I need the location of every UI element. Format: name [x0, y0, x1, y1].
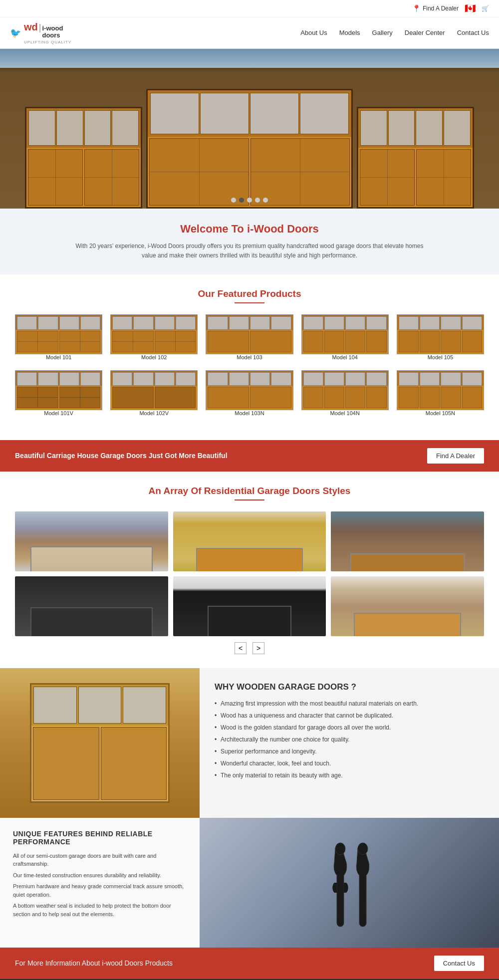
gallery-img-3	[331, 511, 484, 571]
product-label-102: Model 102	[110, 354, 198, 360]
product-label-101: Model 101	[15, 354, 102, 360]
featured-title: Our Featured Products	[15, 288, 484, 299]
residential-section: An Array Of Residential Garage Doors Sty…	[0, 472, 499, 668]
dot-2[interactable]	[239, 198, 244, 203]
unique-section: UNIQUE FEATURES BEHIND RELIABLE PERFORMA…	[0, 818, 499, 948]
red-banner: Beautiful Carriage House Garage Doors Ju…	[0, 440, 499, 472]
why-point-2: Wood has a uniqueness and character that…	[215, 711, 484, 720]
product-label-102v: Model 102V	[110, 410, 198, 416]
gallery-next-button[interactable]: >	[252, 642, 264, 654]
product-model-101[interactable]: Model 101	[15, 314, 102, 360]
nav-gallery[interactable]: Gallery	[372, 29, 393, 36]
logo-divider: |	[39, 22, 41, 33]
product-model-105[interactable]: Model 105	[397, 314, 484, 360]
unique-list: All of our semi-custom garage doors are …	[13, 852, 187, 919]
residential-title: An Array Of Residential Garage Doors Sty…	[15, 486, 484, 496]
nav-models[interactable]: Models	[339, 29, 360, 36]
product-label-104: Model 104	[301, 354, 389, 360]
why-point-1: Amazing first impression with the most b…	[215, 699, 484, 708]
unique-point-3: Premium hardware and heavy grade commerc…	[13, 882, 187, 899]
product-model-104n[interactable]: Model 104N	[301, 370, 389, 416]
why-point-4: Architecturally the number one choice fo…	[215, 735, 484, 744]
pin-icon: 📍	[412, 4, 421, 12]
welcome-section: Welcome To i-Wood Doors With 20 years' e…	[0, 209, 499, 274]
unique-title: UNIQUE FEATURES BEHIND RELIABLE PERFORMA…	[13, 830, 187, 846]
products-row-2: Model 101V Model 102V Model 103N Model 1…	[15, 370, 484, 416]
gallery-grid	[15, 511, 484, 636]
product-label-101v: Model 101V	[15, 410, 102, 416]
flag-icon: 🇨🇦	[465, 3, 476, 14]
why-list: Amazing first impression with the most b…	[215, 699, 484, 780]
welcome-title: Welcome To i-Wood Doors	[20, 223, 479, 236]
find-dealer-topbar[interactable]: 📍 Find A Dealer	[412, 4, 459, 12]
product-model-103[interactable]: Model 103	[206, 314, 293, 360]
why-left-image	[0, 668, 200, 818]
why-point-7: The only material to retain its beauty w…	[215, 771, 484, 780]
cart-button[interactable]: 🛒	[482, 5, 489, 12]
dot-5[interactable]	[263, 198, 268, 203]
products-row-1: Model 101 Model 102 Model 103 Model 104 …	[15, 314, 484, 360]
logo-bird-icon: 🐦	[10, 27, 21, 38]
why-point-3: Wood is the golden standard for garage d…	[215, 723, 484, 732]
unique-point-4: A bottom weather seal is included to hel…	[13, 902, 187, 918]
svg-point-0	[335, 843, 345, 855]
welcome-description: With 20 years' experience, i-Wood Doors …	[75, 242, 424, 260]
why-title: WHY WOODEN GARAGE DOORS ?	[215, 682, 484, 692]
unique-point-1: All of our semi-custom garage doors are …	[13, 852, 187, 868]
info-banner-text: For More Information About i-wood Doors …	[15, 959, 173, 967]
hero-section	[0, 49, 499, 209]
product-model-102[interactable]: Model 102	[110, 314, 198, 360]
gallery-img-5	[173, 576, 326, 636]
unique-left-content: UNIQUE FEATURES BEHIND RELIABLE PERFORMA…	[0, 818, 200, 948]
slider-dots	[231, 198, 268, 203]
why-right-content: WHY WOODEN GARAGE DOORS ? Amazing first …	[200, 668, 499, 818]
logo-wd: wd	[24, 21, 38, 33]
product-model-103n[interactable]: Model 103N	[206, 370, 293, 416]
main-nav: 🐦 wd | i-wooddoors UPLIFTING QUALITY Abo…	[0, 17, 499, 49]
logo-iwood: i-wooddoors	[42, 25, 63, 39]
unique-right-image	[200, 818, 499, 948]
logo-sub: UPLIFTING QUALITY	[24, 40, 71, 44]
gallery-img-1	[15, 511, 168, 571]
info-banner: For More Information About i-wood Doors …	[0, 948, 499, 979]
product-model-104[interactable]: Model 104	[301, 314, 389, 360]
product-model-105n[interactable]: Model 105N	[397, 370, 484, 416]
product-label-103n: Model 103N	[206, 410, 293, 416]
product-label-105n: Model 105N	[397, 410, 484, 416]
gallery-img-4	[15, 576, 168, 636]
gallery-img-2	[173, 511, 326, 571]
gallery-prev-button[interactable]: <	[235, 642, 247, 654]
dot-3[interactable]	[247, 198, 252, 203]
find-dealer-label: Find A Dealer	[423, 5, 459, 12]
nav-contact-us[interactable]: Contact Us	[457, 29, 489, 36]
red-banner-text: Beautiful Carriage House Garage Doors Ju…	[15, 452, 228, 460]
unique-point-2: Our time-tested construction ensures dur…	[13, 871, 187, 880]
product-label-103: Model 103	[206, 354, 293, 360]
cart-icon: 🛒	[482, 5, 489, 12]
section-underline	[235, 302, 264, 303]
top-bar: 📍 Find A Dealer 🇨🇦 🛒	[0, 0, 499, 17]
residential-underline	[235, 499, 264, 500]
logo[interactable]: 🐦 wd | i-wooddoors UPLIFTING QUALITY	[10, 21, 71, 44]
why-point-6: Wonderful character, look, feel and touc…	[215, 759, 484, 768]
product-label-104n: Model 104N	[301, 410, 389, 416]
featured-section: Our Featured Products Model 101 Model 10…	[0, 274, 499, 440]
gallery-img-6	[331, 576, 484, 636]
nav-about-us[interactable]: About Us	[300, 29, 327, 36]
product-label-105: Model 105	[397, 354, 484, 360]
why-section: WHY WOODEN GARAGE DOORS ? Amazing first …	[0, 668, 499, 818]
svg-point-1	[358, 843, 368, 855]
nav-dealer-center[interactable]: Dealer Center	[405, 29, 445, 36]
product-model-101v[interactable]: Model 101V	[15, 370, 102, 416]
dot-1[interactable]	[231, 198, 236, 203]
why-point-5: Superior performance and longevity.	[215, 747, 484, 756]
contact-us-banner-button[interactable]: Contact Us	[434, 956, 484, 971]
find-dealer-banner-button[interactable]: Find A Dealer	[427, 448, 484, 464]
hardware-svg	[319, 833, 379, 933]
dot-4[interactable]	[255, 198, 260, 203]
product-model-102v[interactable]: Model 102V	[110, 370, 198, 416]
gallery-nav: < >	[15, 642, 484, 654]
